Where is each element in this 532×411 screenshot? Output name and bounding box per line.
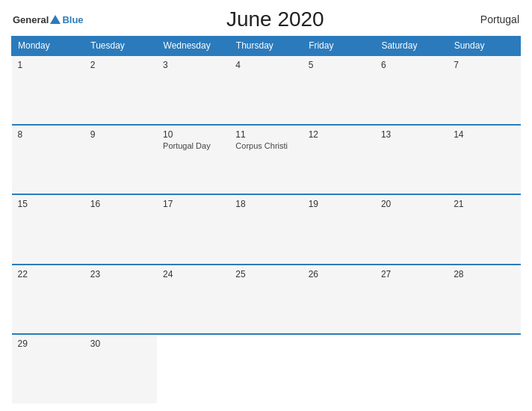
- day-number: 28: [454, 269, 514, 279]
- day-cell: 1: [12, 55, 84, 125]
- day-number: 13: [381, 129, 442, 140]
- day-cell: 2: [84, 55, 157, 125]
- day-number: 23: [90, 269, 151, 279]
- day-number: 22: [18, 269, 78, 279]
- day-number: 15: [18, 199, 78, 209]
- day-cell: 16: [84, 194, 157, 264]
- day-number: 18: [235, 199, 296, 209]
- week-row-4: 22232425262728: [12, 265, 521, 334]
- week-row-3: 15161718192021: [12, 194, 521, 264]
- calendar-page: General Blue June 2020 Portugal Monday T…: [0, 0, 532, 411]
- day-cell: 30: [84, 334, 157, 404]
- day-cell: [375, 334, 448, 404]
- day-number: 8: [18, 129, 78, 140]
- weekday-header-row: Monday Tuesday Wednesday Thursday Friday…: [12, 37, 521, 56]
- day-number: 11: [235, 129, 296, 140]
- day-cell: 20: [375, 194, 448, 264]
- day-number: 21: [454, 199, 514, 209]
- header-thursday: Thursday: [229, 37, 302, 56]
- header-saturday: Saturday: [375, 37, 448, 56]
- day-cell: [448, 334, 520, 404]
- day-number: 25: [235, 269, 296, 279]
- day-cell: 23: [84, 265, 157, 334]
- week-row-2: 8910Portugal Day11Corpus Christi121314: [12, 125, 521, 194]
- day-cell: 28: [448, 265, 520, 334]
- day-cell: 10Portugal Day: [157, 125, 229, 194]
- day-cell: [157, 334, 229, 404]
- day-cell: 27: [375, 265, 448, 334]
- day-number: 27: [381, 269, 442, 279]
- day-number: 17: [163, 199, 223, 209]
- day-number: 26: [309, 269, 369, 279]
- day-number: 5: [309, 60, 369, 70]
- day-number: 19: [309, 199, 369, 209]
- day-number: 9: [90, 129, 151, 140]
- day-number: 7: [454, 60, 514, 70]
- header-tuesday: Tuesday: [84, 37, 157, 56]
- header-friday: Friday: [303, 37, 375, 56]
- day-cell: 25: [229, 265, 302, 334]
- day-cell: 12: [303, 125, 375, 194]
- event-label: Portugal Day: [163, 141, 223, 150]
- day-cell: 5: [303, 55, 375, 125]
- day-number: 10: [163, 129, 223, 140]
- day-number: 6: [381, 60, 442, 70]
- country-label: Portugal: [467, 13, 519, 25]
- header-wednesday: Wednesday: [157, 37, 229, 56]
- day-number: 20: [381, 199, 442, 209]
- day-cell: 9: [84, 125, 157, 194]
- day-cell: 15: [12, 194, 84, 264]
- day-cell: 18: [229, 194, 302, 264]
- week-row-1: 1234567: [12, 55, 521, 125]
- logo-triangle-icon: [50, 15, 61, 24]
- logo-blue-text: Blue: [62, 14, 83, 25]
- day-number: 29: [18, 339, 78, 349]
- calendar-title: June 2020: [84, 7, 467, 31]
- day-number: 12: [309, 129, 369, 140]
- day-cell: 26: [303, 265, 375, 334]
- header-monday: Monday: [12, 37, 84, 56]
- day-cell: 19: [303, 194, 375, 264]
- day-number: 4: [235, 60, 296, 70]
- day-number: 30: [90, 339, 151, 349]
- day-cell: [303, 334, 375, 404]
- logo-general-text: General: [13, 14, 49, 25]
- day-cell: 22: [12, 265, 84, 334]
- logo: General Blue: [13, 14, 84, 25]
- day-cell: 7: [448, 55, 520, 125]
- day-number: 2: [90, 60, 151, 70]
- event-label: Corpus Christi: [235, 141, 296, 150]
- header-sunday: Sunday: [448, 37, 520, 56]
- day-cell: 21: [448, 194, 520, 264]
- day-cell: 3: [157, 55, 229, 125]
- calendar-table: Monday Tuesday Wednesday Thursday Friday…: [11, 36, 521, 404]
- day-number: 24: [163, 269, 223, 279]
- day-number: 3: [163, 60, 223, 70]
- day-cell: 17: [157, 194, 229, 264]
- day-cell: 14: [448, 125, 520, 194]
- day-cell: 8: [12, 125, 84, 194]
- day-cell: 29: [12, 334, 84, 404]
- day-number: 14: [454, 129, 514, 140]
- day-number: 1: [18, 60, 78, 70]
- day-cell: 13: [375, 125, 448, 194]
- week-row-5: 2930: [12, 334, 521, 404]
- day-number: 16: [90, 199, 151, 209]
- day-cell: 6: [375, 55, 448, 125]
- day-cell: [229, 334, 302, 404]
- day-cell: 11Corpus Christi: [229, 125, 302, 194]
- day-cell: 24: [157, 265, 229, 334]
- day-cell: 4: [229, 55, 302, 125]
- header: General Blue June 2020 Portugal: [11, 7, 521, 31]
